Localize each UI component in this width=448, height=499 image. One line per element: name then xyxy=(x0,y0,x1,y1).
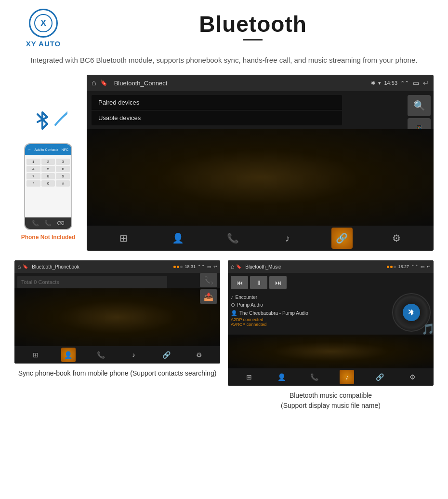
nav-settings[interactable]: ⚙ xyxy=(386,228,407,249)
nav-music[interactable]: ♪ xyxy=(277,228,298,249)
title-area: Bluetooth xyxy=(72,9,434,40)
svg-text:X: X xyxy=(40,18,46,28)
pb-title: Bluetooth_Phonebook xyxy=(32,264,171,270)
main-car-screen: ⌂ 🔖 Bluetooth_Connect ✱ ▾ 14:53 ⌃⌃ ▭ ↩ P… xyxy=(87,75,434,251)
phone-key-3: 3 xyxy=(56,159,70,165)
pb-nav-dialpad[interactable]: ⊞ xyxy=(28,348,43,362)
phone-key-star: * xyxy=(26,180,40,187)
pb-statusbar: ⌂ 🔖 Bluetooth_Phonebook 18:31 ⌃⌃ ▭ ↩ xyxy=(14,260,220,273)
window-icon[interactable]: ▭ xyxy=(413,79,419,87)
pb-nav-connect[interactable]: 🔗 xyxy=(159,348,173,362)
pb-window-icon[interactable]: ▭ xyxy=(207,264,211,269)
pb-side-buttons: 📞 📥 xyxy=(200,273,217,304)
expand-icon: ⌃⌃ xyxy=(400,80,409,86)
phone-key-5: 5 xyxy=(41,166,55,172)
track-3: 👤 The Cheebacabra - Pump Audio xyxy=(231,309,388,317)
nav-contacts[interactable]: 👤 xyxy=(168,228,189,249)
pb-nav-call[interactable]: 📞 xyxy=(94,348,108,362)
music-signal-dots xyxy=(387,266,396,268)
note-icon: ♪ xyxy=(231,294,234,300)
track-1: ♪ Encounter xyxy=(231,293,388,301)
pb-home-icon[interactable]: ⌂ xyxy=(17,263,21,270)
vinyl-bt-icon xyxy=(403,304,420,321)
music-window-icon[interactable]: ▭ xyxy=(421,264,425,269)
music-bottom-nav: ⊞ 👤 📞 ♪ 🔗 ⚙ xyxy=(228,368,434,386)
home-icon[interactable]: ⌂ xyxy=(92,79,96,87)
signal-icon: ▾ xyxy=(378,80,381,86)
music-expand-icon: ⌃⌃ xyxy=(411,264,419,269)
bluetooth-status-icon: ✱ xyxy=(371,80,375,86)
paired-devices-item[interactable]: Paired devices xyxy=(92,95,342,110)
pb-nav-music[interactable]: ♪ xyxy=(126,348,141,362)
back-icon: ⌫ xyxy=(57,220,65,227)
pause-button[interactable]: ⏸ xyxy=(250,276,267,289)
pb-background xyxy=(14,288,220,346)
end-call-icon: 📞 xyxy=(32,220,39,227)
usable-devices-item[interactable]: Usable devices xyxy=(92,110,342,125)
phonebook-screen: ⌂ 🔖 Bluetooth_Phonebook 18:31 ⌃⌃ ▭ ↩ Tot… xyxy=(14,260,220,364)
music-background xyxy=(228,335,434,368)
forward-button[interactable]: ⏭ xyxy=(269,276,287,289)
nav-connect[interactable]: 🔗 xyxy=(331,228,353,249)
music-nav-call[interactable]: 📞 xyxy=(307,370,322,384)
pb-nav-contacts[interactable]: 👤 xyxy=(61,348,76,362)
music-controls: ⏮ ⏸ ⏭ xyxy=(231,276,431,289)
pb-signal-dots xyxy=(173,266,183,268)
nav-icons: ▭ ↩ xyxy=(413,79,429,87)
music-back-icon[interactable]: ↩ xyxy=(427,264,431,269)
phonebook-block: ⌂ 🔖 Bluetooth_Phonebook 18:31 ⌃⌃ ▭ ↩ Tot… xyxy=(14,260,220,411)
track-1-name: Encounter xyxy=(236,295,258,300)
title-divider xyxy=(243,39,263,40)
phone-key-hash: # xyxy=(56,180,70,187)
nav-dialpad[interactable]: ⊞ xyxy=(113,228,134,249)
phone-key-0: 0 xyxy=(41,180,55,187)
music-time: 18:27 xyxy=(398,264,409,269)
search-side-button[interactable]: 🔍 xyxy=(408,95,431,116)
music-nav-dialpad[interactable]: ⊞ xyxy=(242,370,256,384)
phone-action: NFC xyxy=(62,148,68,151)
phone-key-1: 1 xyxy=(26,159,40,165)
pb-content: Total 0 Contacts 📞 📥 xyxy=(14,273,220,288)
pb-time: 18:31 xyxy=(184,264,196,269)
music-note-decoration: 🎵 xyxy=(422,323,434,336)
bookmark-icon: 🔖 xyxy=(100,80,107,86)
pb-search-box[interactable]: Total 0 Contacts xyxy=(17,276,167,288)
track-2-name: Pump Audio xyxy=(237,302,263,308)
rewind-button[interactable]: ⏮ xyxy=(231,276,248,289)
status-icons: ✱ ▾ 14:53 ⌃⌃ xyxy=(371,80,409,86)
back-nav-icon[interactable]: ↩ xyxy=(423,79,429,87)
main-section: ← Add to Contacts NFC 1 2 3 4 5 6 7 8 9 … xyxy=(0,75,448,251)
music-nav-contacts[interactable]: 👤 xyxy=(275,370,289,384)
music-content: ⏮ ⏸ ⏭ ♪ Encounter ⊙ Pump Audio xyxy=(228,273,434,335)
page-subtitle: Integrated with BC6 Bluetooth module, su… xyxy=(0,54,448,66)
phone-aside: ← Add to Contacts NFC 1 2 3 4 5 6 7 8 9 … xyxy=(14,75,82,241)
pb-search-placeholder: Total 0 Contacts xyxy=(21,279,59,285)
phonebook-caption: Sync phone-book from mobile phone (Suppo… xyxy=(18,368,217,378)
disc-icon: ⊙ xyxy=(231,302,235,308)
bt-vinyl-svg xyxy=(407,308,416,317)
page-header: X XY AUTO Bluetooth xyxy=(0,0,448,48)
phone-back-icon: ← xyxy=(28,148,31,151)
car-background xyxy=(87,129,434,226)
pb-back-icon[interactable]: ↩ xyxy=(213,264,217,269)
music-nav-music[interactable]: ♪ xyxy=(340,370,354,384)
track-3-name: The Cheebacabra - Pump Audio xyxy=(239,310,308,316)
music-home-icon[interactable]: ⌂ xyxy=(231,263,234,270)
page-title: Bluetooth xyxy=(72,11,434,37)
car-bottom-nav: ⊞ 👤 📞 ♪ 🔗 ⚙ xyxy=(87,226,434,251)
pb-call-button[interactable]: 📞 xyxy=(200,273,217,287)
phone-key-6: 6 xyxy=(56,166,70,172)
pb-download-button[interactable]: 📥 xyxy=(200,289,217,304)
music-nav-connect[interactable]: 🔗 xyxy=(372,370,387,384)
pb-nav-settings[interactable]: ⚙ xyxy=(192,348,206,362)
track-2: ⊙ Pump Audio xyxy=(231,301,388,309)
phone-key-2: 2 xyxy=(41,159,55,165)
vinyl-disc: 🎵 xyxy=(392,293,431,332)
phone-top-bar: ← Add to Contacts NFC xyxy=(25,144,71,155)
avrcp-status: AVRCP connected xyxy=(231,322,388,327)
music-nav-settings[interactable]: ⚙ xyxy=(405,370,420,384)
music-bookmark-icon: 🔖 xyxy=(236,264,241,269)
pb-bottom-nav: ⊞ 👤 📞 ♪ 🔗 ⚙ xyxy=(14,346,220,364)
music-dot-3 xyxy=(394,266,396,268)
nav-call[interactable]: 📞 xyxy=(222,228,243,249)
